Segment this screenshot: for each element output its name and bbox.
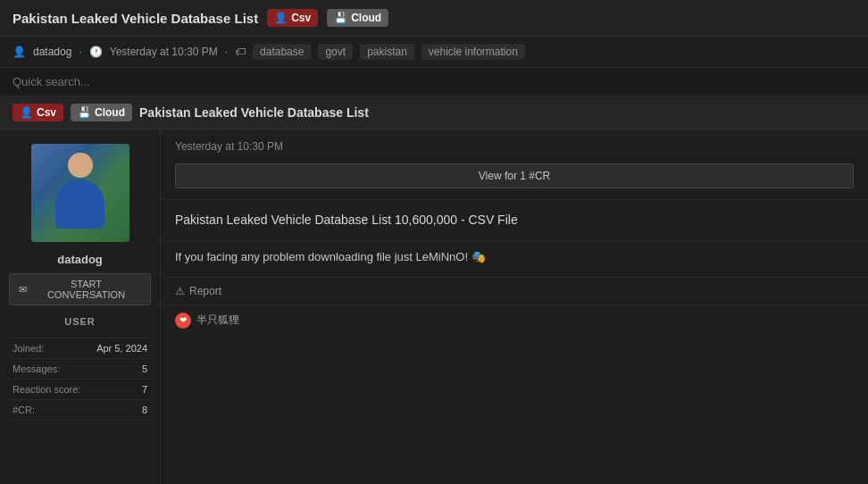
cloud-badge-header[interactable]: 💾 Cloud	[327, 9, 388, 27]
tag-icon: 🏷	[235, 46, 246, 58]
post-main-text: Pakistan Leaked Vehicle Database List 10…	[161, 199, 868, 240]
post-area: Yesterday at 10:30 PM View for 1 #CR Pak…	[161, 129, 868, 484]
stat-reaction-score: Reaction score: 7	[9, 380, 151, 400]
cloud-icon-thread: 💾	[78, 106, 91, 119]
user-icon: 👤	[13, 46, 26, 58]
report-link[interactable]: ⚠ Report	[175, 285, 854, 297]
stat-joined: Joined: Apr 5, 2024	[9, 338, 151, 359]
csv-badge-header[interactable]: 👤 Csv	[267, 9, 318, 27]
csv-badge-thread[interactable]: 👤 Csv	[13, 104, 63, 121]
tag-pakistan[interactable]: pakistan	[360, 44, 414, 60]
stat-cr: #CR: 8	[9, 400, 151, 421]
reaction-heart-icon: ❤	[175, 313, 191, 329]
cloud-icon: 💾	[334, 12, 347, 24]
author-name[interactable]: datadog	[33, 46, 71, 58]
search-bar	[0, 68, 868, 96]
envelope-icon: ✉	[19, 284, 27, 296]
thread-title: Pakistan Leaked Vehicle Database List	[139, 105, 369, 120]
avatar-body	[55, 179, 104, 229]
search-input[interactable]	[13, 75, 855, 88]
stat-messages: Messages: 5	[9, 359, 151, 380]
user-section-label: USER	[64, 316, 96, 327]
thread-title-bar: 👤 Csv 💾 Cloud Pakistan Leaked Vehicle Da…	[0, 96, 868, 129]
start-conversation-button[interactable]: ✉ START CONVERSATION	[9, 273, 151, 305]
reaction-username[interactable]: 半只狐狸	[196, 313, 239, 328]
post-timestamp: Yesterday at 10:30 PM	[161, 129, 868, 160]
tag-vehicle-information[interactable]: vehicle information	[421, 44, 525, 60]
tag-database[interactable]: database	[253, 44, 311, 60]
post-download-help: If you facing any problem downloading fi…	[161, 240, 868, 277]
csv-icon-thread: 👤	[20, 106, 33, 119]
meta-bar: 👤 datadog · 🕐 Yesterday at 10:30 PM · 🏷 …	[0, 37, 868, 68]
sidebar-username: datadog	[57, 253, 103, 266]
report-area: ⚠ Report	[161, 277, 868, 305]
top-header: Pakistan Leaked Vehicle Database List 👤 …	[0, 0, 868, 37]
tag-govt[interactable]: govt	[318, 44, 353, 60]
post-content-area: Yesterday at 10:30 PM View for 1 #CR Pak…	[161, 129, 868, 484]
view-for-cr-button[interactable]: View for 1 #CR	[175, 163, 854, 188]
warning-icon: ⚠	[175, 285, 185, 297]
clock-icon: 🕐	[89, 46, 103, 58]
cloud-badge-thread[interactable]: 💾 Cloud	[71, 104, 132, 121]
main-content: datadog ✉ START CONVERSATION USER Joined…	[0, 129, 868, 484]
avatar	[31, 144, 129, 242]
csv-icon: 👤	[274, 12, 288, 24]
post-time: Yesterday at 10:30 PM	[110, 46, 218, 58]
page-title: Pakistan Leaked Vehicle Database List	[13, 11, 258, 26]
user-stats: Joined: Apr 5, 2024 Messages: 5 Reaction…	[9, 338, 151, 421]
reaction-area: ❤ 半只狐狸	[161, 305, 868, 336]
user-sidebar: datadog ✉ START CONVERSATION USER Joined…	[0, 129, 161, 484]
avatar-head	[68, 153, 93, 178]
